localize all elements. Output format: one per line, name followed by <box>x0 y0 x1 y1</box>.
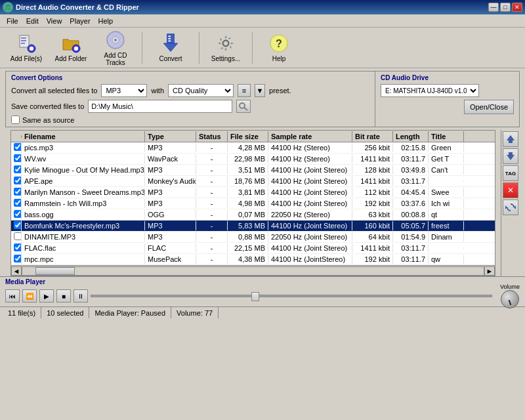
help-button[interactable]: ? Help <box>258 30 300 66</box>
file-checkbox[interactable] <box>14 255 22 262</box>
media-player-controls: ⏮ ⏪ ▶ ■ ⏸ Volume <box>5 287 520 305</box>
row-checkbox[interactable] <box>11 154 22 164</box>
maximize-button[interactable]: □ <box>500 3 511 12</box>
cell-status: - <box>196 154 228 163</box>
table-row[interactable]: WV.wv WavPack - 22,98 MB 44100 Hz (Stere… <box>11 154 495 165</box>
file-checkbox[interactable] <box>14 143 22 151</box>
minimize-button[interactable]: — <box>488 3 499 12</box>
table-row[interactable]: DINAMITE.MP3 MP3 - 0,88 MB 22050 Hz (Joi… <box>11 232 495 243</box>
table-row[interactable]: pics.mp3 MP3 - 4,28 MB 44100 Hz (Stereo)… <box>11 142 495 154</box>
refresh-button[interactable] <box>503 200 518 215</box>
col-length[interactable]: Length <box>393 131 429 142</box>
cell-filesize: 4,28 MB <box>228 143 268 152</box>
scroll-left-button[interactable]: ◄ <box>11 266 22 276</box>
cd-audio-drive-panel: CD Audio Drive E: MATSHITA UJ-840D v1.00… <box>375 71 520 127</box>
menu-help[interactable]: Help <box>94 16 117 26</box>
pause-button[interactable]: ⏸ <box>74 289 88 303</box>
cell-samplerate: 44100 Hz (Stereo) <box>268 143 352 152</box>
volume-indicator <box>509 300 512 305</box>
play-button[interactable]: ▶ <box>39 289 54 303</box>
quality-dropdown-button[interactable]: ▼ <box>255 84 265 97</box>
menu-edit[interactable]: Edit <box>22 16 43 26</box>
row-checkbox[interactable] <box>11 198 22 209</box>
file-checkbox[interactable] <box>14 221 22 229</box>
table-row[interactable]: FLAC.flac FLAC - 22,15 MB 44100 Hz (Join… <box>11 243 495 254</box>
file-checkbox[interactable] <box>14 154 22 162</box>
add-folder-button[interactable]: Add Folder <box>50 30 92 66</box>
tag-button[interactable]: TAG <box>503 165 518 181</box>
toolbar: Add File(s) Add Folder Add CD Tracks <box>0 28 525 68</box>
selected-count-status: 10 selected <box>41 307 89 318</box>
cell-samplerate: 44100 Hz (Joint Stereo) <box>268 243 352 253</box>
col-type[interactable]: Type <box>145 131 196 142</box>
volume-knob[interactable] <box>501 290 519 308</box>
rewind-button[interactable]: ⏪ <box>22 289 37 303</box>
cd-drive-select[interactable]: E: MATSHITA UJ-840D v1.00 (0:1:0) <box>381 84 479 97</box>
same-as-source-label: Same as source <box>22 116 74 124</box>
row-checkbox[interactable] <box>11 176 22 186</box>
table-row[interactable]: Kylie Minogue - Out Of My Head.mp3 MP3 -… <box>11 165 495 176</box>
playback-thumb[interactable] <box>251 292 259 301</box>
move-up-button[interactable] <box>503 131 518 147</box>
row-checkbox[interactable] <box>11 187 22 198</box>
format-select[interactable]: MP3 WAV FLAC OGG <box>101 84 147 97</box>
col-status[interactable]: Status <box>196 131 228 142</box>
stop-button[interactable]: ■ <box>56 289 71 303</box>
table-row[interactable]: APE.ape Monkey's Audio - 18,76 MB 44100 … <box>11 176 495 187</box>
media-player-title: Media Player <box>5 278 520 285</box>
file-checkbox[interactable] <box>14 165 22 173</box>
add-files-button[interactable]: Add File(s) <box>5 30 47 66</box>
delete-button[interactable]: ✕ <box>503 182 518 198</box>
move-down-button[interactable] <box>503 148 518 164</box>
file-checkbox[interactable] <box>14 177 22 184</box>
row-checkbox[interactable] <box>11 142 22 153</box>
row-checkbox[interactable] <box>11 254 22 264</box>
open-close-button[interactable]: Open/Close <box>464 100 514 114</box>
row-checkbox[interactable] <box>11 232 22 242</box>
menu-file[interactable]: File <box>3 16 22 26</box>
file-checkbox[interactable] <box>14 199 22 207</box>
cell-title <box>429 180 464 182</box>
settings-button[interactable]: Settings... <box>205 30 247 66</box>
col-title[interactable]: Title <box>429 131 464 142</box>
convert-button[interactable]: Convert <box>148 30 194 66</box>
file-checkbox[interactable] <box>14 232 22 240</box>
file-checkbox[interactable] <box>14 243 22 251</box>
cell-length: 03:11.7 <box>393 243 429 253</box>
row-checkbox[interactable] <box>11 165 22 175</box>
cell-type: MP3 <box>145 143 196 152</box>
file-checkbox[interactable] <box>14 188 22 196</box>
app-icon: 🎵 <box>3 2 13 12</box>
scroll-thumb[interactable] <box>35 267 75 275</box>
table-row[interactable]: mpc.mpc MusePack - 4,38 MB 44100 Hz (Joi… <box>11 254 495 265</box>
cell-status: - <box>196 165 228 175</box>
file-checkbox[interactable] <box>14 210 22 218</box>
save-path-input[interactable] <box>88 100 232 113</box>
scroll-right-button[interactable]: ► <box>484 266 495 276</box>
row-checkbox[interactable] <box>11 243 22 253</box>
table-row[interactable]: Marilyn Manson - Sweet Dreams.mp3 MP3 - … <box>11 187 495 198</box>
col-filename[interactable]: Filename <box>22 131 145 142</box>
same-as-source-checkbox[interactable] <box>11 116 20 124</box>
cell-filename: FLAC.flac <box>22 243 145 253</box>
col-filesize[interactable]: File size <box>228 131 268 142</box>
col-bitrate[interactable]: Bit rate <box>352 131 393 142</box>
table-row[interactable]: Bomfunk Mc's-Freestyler.mp3 MP3 - 5,83 M… <box>11 220 495 232</box>
horizontal-scrollbar[interactable]: ◄ ► <box>11 265 495 276</box>
row-checkbox[interactable] <box>11 220 22 231</box>
close-button[interactable]: ✕ <box>512 3 522 12</box>
quality-settings-button[interactable]: ≡ <box>238 84 251 97</box>
table-row[interactable]: Rammstein - Ich Will.mp3 MP3 - 4,98 MB 4… <box>11 198 495 209</box>
add-cd-tracks-button[interactable]: Add CD Tracks <box>94 30 136 66</box>
row-checkbox[interactable] <box>11 209 22 220</box>
playback-slider[interactable] <box>91 295 492 297</box>
browse-button[interactable] <box>236 100 251 113</box>
prev-track-button[interactable]: ⏮ <box>5 289 20 303</box>
menu-player[interactable]: Player <box>66 16 94 26</box>
cell-filesize: 4,98 MB <box>228 199 268 208</box>
menu-view[interactable]: View <box>43 16 66 26</box>
table-row[interactable]: bass.ogg OGG - 0,07 MB 22050 Hz (Stereo)… <box>11 209 495 220</box>
scroll-track[interactable] <box>22 266 484 276</box>
quality-select[interactable]: CD Quality High Quality Voice Quality <box>168 84 234 97</box>
col-samplerate[interactable]: Sample rate <box>268 131 352 142</box>
